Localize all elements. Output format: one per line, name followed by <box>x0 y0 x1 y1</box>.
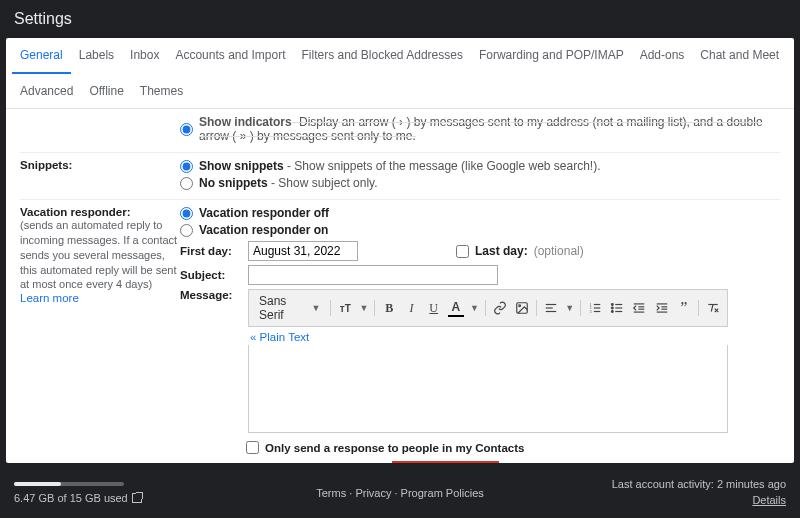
bulleted-list-icon[interactable] <box>609 299 625 317</box>
last-day-checkbox[interactable] <box>456 245 469 258</box>
underline-icon[interactable]: U <box>426 299 442 317</box>
snippets-no-label: No snippets <box>199 176 268 190</box>
storage-text[interactable]: 6.47 GB of 15 GB used <box>14 492 128 504</box>
tab-addons[interactable]: Add-ons <box>632 38 693 74</box>
storage-bar <box>14 482 124 486</box>
terms-link[interactable]: Terms <box>316 487 346 499</box>
learn-more-link[interactable]: Learn more <box>20 292 79 304</box>
snippets-no-desc: - Show subject only. <box>268 176 378 190</box>
svg-point-14 <box>612 304 614 306</box>
first-day-input[interactable] <box>248 241 358 261</box>
chevron-down-icon: ▼ <box>565 303 574 313</box>
font-name: Sans Serif <box>259 294 307 322</box>
subject-label: Subject: <box>180 269 240 281</box>
privacy-link[interactable]: Privacy <box>355 487 391 499</box>
tab-themes[interactable]: Themes <box>132 74 191 108</box>
details-link[interactable]: Details <box>752 494 786 506</box>
vacation-off-label: Vacation responder off <box>199 206 329 220</box>
image-icon[interactable] <box>514 299 530 317</box>
svg-point-1 <box>519 305 521 307</box>
bold-icon[interactable]: B <box>381 299 397 317</box>
chevron-down-icon: ▼ <box>470 303 479 313</box>
footer: 6.47 GB of 15 GB used Terms · Privacy · … <box>0 469 800 518</box>
first-day-label: First day: <box>180 245 240 257</box>
link-icon[interactable] <box>492 299 508 317</box>
only-contacts-checkbox[interactable] <box>246 441 259 454</box>
vacation-off-option[interactable]: Vacation responder off <box>180 206 780 220</box>
vacation-on-option[interactable]: Vacation responder on <box>180 223 780 237</box>
align-icon[interactable] <box>543 299 559 317</box>
svg-line-26 <box>711 305 713 312</box>
tab-general[interactable]: General <box>12 38 71 74</box>
radio-show-indicators[interactable] <box>180 123 193 136</box>
settings-panel: General Labels Inbox Accounts and Import… <box>6 38 794 463</box>
text-color-icon[interactable]: A <box>448 299 464 317</box>
snippets-show-option[interactable]: Show snippets - Show snippets of the mes… <box>180 159 780 173</box>
editor-toolbar: Sans Serif ▼ тT ▼ B I U A <box>248 289 728 327</box>
indicators-option[interactable]: Show indicators- Display an arrow ( › ) … <box>180 115 780 143</box>
svg-point-15 <box>612 307 614 309</box>
tab-chat[interactable]: Chat and Meet <box>692 38 787 74</box>
font-select[interactable]: Sans Serif ▼ <box>255 294 324 322</box>
tabs-bar: General Labels Inbox Accounts and Import… <box>6 38 794 109</box>
snippets-no-option[interactable]: No snippets - Show subject only. <box>180 176 780 190</box>
chevron-down-icon: ▼ <box>359 303 368 313</box>
subject-input[interactable] <box>248 265 498 285</box>
text-size-icon[interactable]: тT <box>337 299 353 317</box>
tab-labels[interactable]: Labels <box>71 38 122 74</box>
last-day-optional: (optional) <box>534 244 584 258</box>
indicators-label: Show indicators <box>199 115 292 129</box>
remove-formatting-icon[interactable] <box>705 299 721 317</box>
external-link-icon[interactable] <box>132 493 142 503</box>
quote-icon[interactable]: ” <box>676 299 692 317</box>
indent-less-icon[interactable] <box>631 299 647 317</box>
snippets-show-desc: - Show snippets of the message (like Goo… <box>284 159 601 173</box>
radio-vacation-on[interactable] <box>180 224 193 237</box>
snippets-label: Snippets: <box>20 159 180 171</box>
tab-forwarding[interactable]: Forwarding and POP/IMAP <box>471 38 632 74</box>
numbered-list-icon[interactable]: 123 <box>587 299 603 317</box>
vacation-label: Vacation responder: <box>20 206 180 218</box>
tab-advanced[interactable]: Advanced <box>12 74 81 108</box>
tab-filters[interactable]: Filters and Blocked Addresses <box>294 38 471 74</box>
plain-text-link[interactable]: « Plain Text <box>250 331 309 343</box>
radio-no-snippets[interactable] <box>180 177 193 190</box>
snippets-show-label: Show snippets <box>199 159 284 173</box>
vacation-on-label: Vacation responder on <box>199 223 328 237</box>
last-day-label: Last day: <box>475 244 528 258</box>
svg-text:3: 3 <box>590 310 592 314</box>
svg-point-16 <box>612 311 614 313</box>
tab-accounts[interactable]: Accounts and Import <box>167 38 293 74</box>
indent-more-icon[interactable] <box>654 299 670 317</box>
message-editor[interactable] <box>248 345 728 433</box>
chevron-down-icon: ▼ <box>311 303 320 313</box>
policies-link[interactable]: Program Policies <box>401 487 484 499</box>
radio-vacation-off[interactable] <box>180 207 193 220</box>
italic-icon[interactable]: I <box>403 299 419 317</box>
radio-show-snippets[interactable] <box>180 160 193 173</box>
page-title: Settings <box>0 0 800 38</box>
tab-offline[interactable]: Offline <box>81 74 131 108</box>
tab-inbox[interactable]: Inbox <box>122 38 167 74</box>
activity-text: Last account activity: 2 minutes ago <box>612 477 786 492</box>
vacation-hint: (sends an automated reply to incoming me… <box>20 218 180 292</box>
message-label: Message: <box>180 289 240 301</box>
only-contacts-label: Only send a response to people in my Con… <box>265 442 524 454</box>
